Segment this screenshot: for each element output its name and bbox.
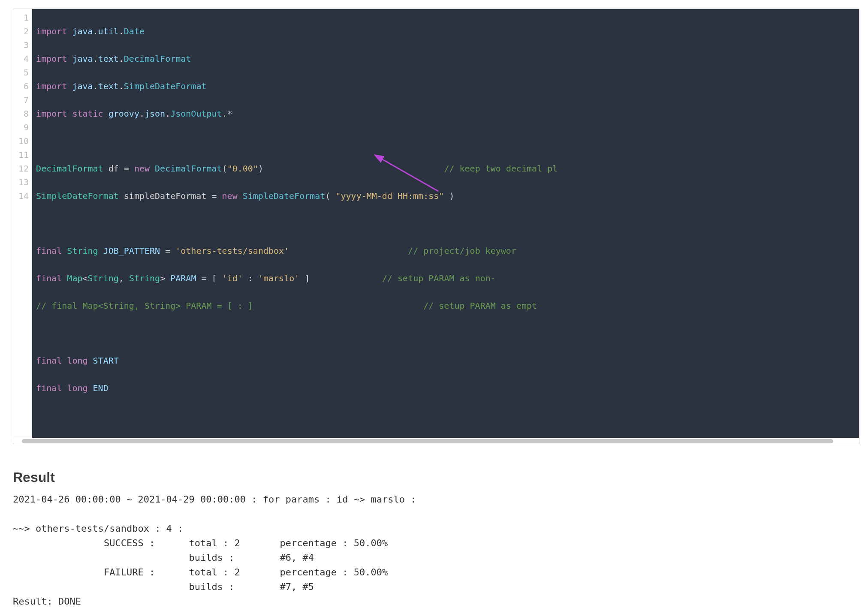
code-line: final Map<String, String> PARAM = [ 'id'…	[36, 271, 859, 285]
code-line	[36, 217, 859, 230]
line-number: 2	[18, 24, 29, 38]
result-line: ~~> others-tests/sandbox : 4 :	[13, 521, 859, 536]
code-editor-container: 1 2 3 4 5 6 7 8 9 10 11 12 13 14 import …	[13, 9, 859, 444]
code-editor[interactable]: 1 2 3 4 5 6 7 8 9 10 11 12 13 14 import …	[13, 9, 859, 438]
line-number: 13	[18, 175, 29, 189]
line-number: 6	[18, 79, 29, 93]
line-number: 11	[18, 148, 29, 162]
scrollbar-thumb[interactable]	[22, 439, 833, 443]
code-line: final String JOB_PATTERN = 'others-tests…	[36, 244, 859, 258]
result-line: Result: DONE	[13, 594, 859, 608]
line-number: 12	[18, 162, 29, 175]
result-line: builds : #6, #4	[13, 551, 859, 565]
result-line: 2021-04-26 00:00:00 ~ 2021-04-29 00:00:0…	[13, 492, 859, 507]
line-number: 14	[18, 189, 29, 203]
line-number: 7	[18, 93, 29, 107]
line-number: 9	[18, 120, 29, 134]
code-line	[36, 326, 859, 340]
result-section: Result 2021-04-26 00:00:00 ~ 2021-04-29 …	[13, 470, 859, 608]
code-content[interactable]: import java.util.Date import java.text.D…	[33, 9, 859, 438]
code-line: SimpleDateFormat simpleDateFormat = new …	[36, 189, 859, 203]
result-heading: Result	[13, 470, 859, 485]
result-line: builds : #7, #5	[13, 580, 859, 594]
line-number: 8	[18, 107, 29, 120]
code-line: DecimalFormat df = new DecimalFormat("0.…	[36, 162, 859, 175]
code-line: import java.text.SimpleDateFormat	[36, 79, 859, 93]
code-line: final long END	[36, 381, 859, 395]
code-line: // final Map<String, String> PARAM = [ :…	[36, 299, 859, 313]
code-line	[36, 134, 859, 148]
line-number: 1	[18, 11, 29, 24]
line-number: 4	[18, 52, 29, 66]
line-number: 5	[18, 66, 29, 79]
code-line: final long START	[36, 354, 859, 367]
line-number: 3	[18, 38, 29, 52]
line-number: 10	[18, 134, 29, 148]
code-line: import java.text.DecimalFormat	[36, 52, 859, 66]
result-line: FAILURE : total : 2 percentage : 50.00%	[13, 565, 859, 580]
annotation-arrow-icon	[333, 141, 443, 215]
line-number-gutter: 1 2 3 4 5 6 7 8 9 10 11 12 13 14	[13, 9, 33, 438]
code-line: import static groovy.json.JsonOutput.*	[36, 107, 859, 120]
result-line: SUCCESS : total : 2 percentage : 50.00%	[13, 536, 859, 551]
horizontal-scrollbar[interactable]	[13, 438, 859, 444]
result-line	[13, 507, 859, 521]
code-line: import java.util.Date	[36, 24, 859, 38]
